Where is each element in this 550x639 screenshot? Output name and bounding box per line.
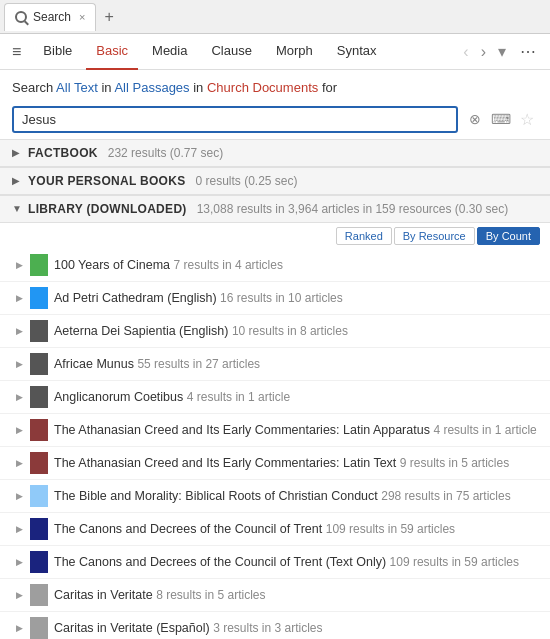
library-chevron-icon: ▼: [12, 203, 22, 214]
search-description: Search All Text in All Passages in Churc…: [0, 70, 550, 102]
library-meta: 13,088 results in 3,964 articles in 159 …: [197, 202, 509, 216]
nav-item-morph[interactable]: Morph: [266, 34, 323, 70]
nav-item-syntax[interactable]: Syntax: [327, 34, 387, 70]
factbook-section-header[interactable]: ▶ FACTBOOK 232 results (0.77 sec): [0, 139, 550, 167]
item-label: The Canons and Decrees of the Council of…: [54, 555, 542, 569]
nav-controls: ‹ › ▾ ⋯: [459, 40, 542, 63]
item-book-icon: [30, 320, 48, 342]
item-book-icon: [30, 386, 48, 408]
dropdown-button[interactable]: ▾: [494, 40, 510, 63]
item-book-icon: [30, 617, 48, 639]
item-book-icon: [30, 584, 48, 606]
sort-ranked-button[interactable]: Ranked: [336, 227, 392, 245]
item-book-icon: [30, 353, 48, 375]
keyboard-icon[interactable]: ⌨: [490, 108, 512, 130]
item-label: Aeterna Dei Sapientia (English) 10 resul…: [54, 324, 542, 338]
for-text: for: [322, 80, 337, 95]
item-label: The Athanasian Creed and Its Early Comme…: [54, 456, 542, 470]
list-item[interactable]: ▶ The Canons and Decrees of the Council …: [0, 513, 550, 546]
sort-tabs: Ranked By Resource By Count: [0, 223, 550, 249]
item-chevron-icon: ▶: [16, 260, 24, 270]
personal-chevron-icon: ▶: [12, 175, 22, 186]
item-name: The Bible and Morality: Biblical Roots o…: [54, 489, 378, 503]
item-name: Caritas in Veritate: [54, 588, 153, 602]
personal-section-header[interactable]: ▶ YOUR PERSONAL BOOKS 0 results (0.25 se…: [0, 167, 550, 195]
nav-item-bible[interactable]: Bible: [33, 34, 82, 70]
search-icons: ⊗ ⌨ ☆: [464, 108, 538, 130]
tab-label: Search: [33, 10, 71, 24]
list-item[interactable]: ▶ The Canons and Decrees of the Council …: [0, 546, 550, 579]
item-label: Caritas in Veritate 8 results in 5 artic…: [54, 588, 542, 602]
list-item[interactable]: ▶ Caritas in Veritate 8 results in 5 art…: [0, 579, 550, 612]
item-chevron-icon: ▶: [16, 425, 24, 435]
item-meta: 3 results in 3 articles: [213, 621, 322, 635]
list-item[interactable]: ▶ 100 Years of Cinema 7 results in 4 art…: [0, 249, 550, 282]
all-passages-link[interactable]: All Passages: [114, 80, 189, 95]
all-text-link[interactable]: All Text: [56, 80, 98, 95]
factbook-chevron-icon: ▶: [12, 147, 22, 158]
item-book-icon: [30, 452, 48, 474]
item-name: Ad Petri Cathedram (English): [54, 291, 217, 305]
item-meta: 109 results in 59 articles: [390, 555, 519, 569]
item-book-icon: [30, 419, 48, 441]
clear-icon[interactable]: ⊗: [464, 108, 486, 130]
list-item[interactable]: ▶ The Athanasian Creed and Its Early Com…: [0, 447, 550, 480]
forward-button[interactable]: ›: [477, 41, 490, 63]
search-input-row: ⊗ ⌨ ☆: [0, 102, 550, 139]
tab-close-button[interactable]: ×: [79, 11, 85, 23]
item-label: The Bible and Morality: Biblical Roots o…: [54, 489, 542, 503]
search-tab[interactable]: Search ×: [4, 3, 96, 31]
item-label: The Athanasian Creed and Its Early Comme…: [54, 423, 542, 437]
back-button[interactable]: ‹: [459, 41, 472, 63]
list-item[interactable]: ▶ The Athanasian Creed and Its Early Com…: [0, 414, 550, 447]
favorite-icon[interactable]: ☆: [516, 108, 538, 130]
factbook-title: FACTBOOK: [28, 146, 98, 160]
item-name: Caritas in Veritate (Español): [54, 621, 210, 635]
item-chevron-icon: ▶: [16, 359, 24, 369]
more-button[interactable]: ⋯: [514, 40, 542, 63]
item-meta: 298 results in 75 articles: [381, 489, 510, 503]
library-title: LIBRARY (DOWNLOADED): [28, 202, 187, 216]
item-name: The Canons and Decrees of the Council of…: [54, 522, 322, 536]
item-meta: 109 results in 59 articles: [326, 522, 455, 536]
item-label: 100 Years of Cinema 7 results in 4 artic…: [54, 258, 542, 272]
sort-by-resource-button[interactable]: By Resource: [394, 227, 475, 245]
nav-item-basic[interactable]: Basic: [86, 34, 138, 70]
results-container: ▶ FACTBOOK 232 results (0.77 sec) ▶ YOUR…: [0, 139, 550, 640]
menu-icon[interactable]: ≡: [8, 39, 25, 65]
item-book-icon: [30, 485, 48, 507]
item-name: Anglicanorum Coetibus: [54, 390, 183, 404]
item-meta: 55 results in 27 articles: [137, 357, 260, 371]
search-input[interactable]: [12, 106, 458, 133]
item-label: The Canons and Decrees of the Council of…: [54, 522, 542, 536]
item-book-icon: [30, 254, 48, 276]
item-chevron-icon: ▶: [16, 623, 24, 633]
item-name: Aeterna Dei Sapientia (English): [54, 324, 228, 338]
item-book-icon: [30, 518, 48, 540]
item-book-icon: [30, 287, 48, 309]
sort-by-count-button[interactable]: By Count: [477, 227, 540, 245]
list-item[interactable]: ▶ Africae Munus 55 results in 27 article…: [0, 348, 550, 381]
list-item[interactable]: ▶ Ad Petri Cathedram (English) 16 result…: [0, 282, 550, 315]
list-item[interactable]: ▶ Caritas in Veritate (Español) 3 result…: [0, 612, 550, 640]
nav-item-media[interactable]: Media: [142, 34, 197, 70]
list-item[interactable]: ▶ Aeterna Dei Sapientia (English) 10 res…: [0, 315, 550, 348]
item-meta: 4 results in 1 article: [187, 390, 290, 404]
nav-item-clause[interactable]: Clause: [201, 34, 261, 70]
new-tab-button[interactable]: +: [96, 7, 121, 27]
list-item[interactable]: ▶ The Bible and Morality: Biblical Roots…: [0, 480, 550, 513]
library-section-header[interactable]: ▼ LIBRARY (DOWNLOADED) 13,088 results in…: [0, 195, 550, 223]
in1-text: in: [101, 80, 111, 95]
item-chevron-icon: ▶: [16, 293, 24, 303]
item-label: Anglicanorum Coetibus 4 results in 1 art…: [54, 390, 542, 404]
item-meta: 7 results in 4 articles: [174, 258, 283, 272]
item-chevron-icon: ▶: [16, 557, 24, 567]
list-item[interactable]: ▶ Anglicanorum Coetibus 4 results in 1 a…: [0, 381, 550, 414]
item-chevron-icon: ▶: [16, 458, 24, 468]
item-name: The Canons and Decrees of the Council of…: [54, 555, 386, 569]
search-icon: [15, 11, 27, 23]
item-label: Africae Munus 55 results in 27 articles: [54, 357, 542, 371]
item-label: Caritas in Veritate (Español) 3 results …: [54, 621, 542, 635]
item-meta: 4 results in 1 article: [433, 423, 536, 437]
church-documents-link[interactable]: Church Documents: [207, 80, 318, 95]
